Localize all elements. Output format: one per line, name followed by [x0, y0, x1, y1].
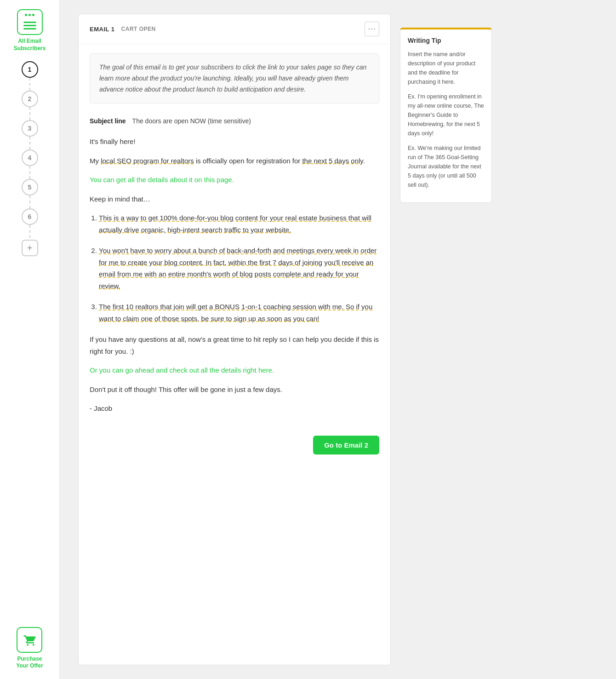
footer-line-2: Or you can go ahead and check out all th… [90, 364, 379, 376]
footer-link[interactable]: Or you can go ahead and check out all th… [90, 366, 274, 374]
subject-label: Subject line [90, 117, 126, 125]
steps-container: 1 2 3 4 5 6 + [0, 61, 59, 618]
email-list: This is a way to get 100% done-for-you b… [99, 212, 379, 324]
sidebar: All Email Subscribers 1 2 3 4 5 6 [0, 0, 60, 679]
step-circle-5[interactable]: 5 [22, 179, 38, 196]
step-item-3: 3 [22, 120, 38, 150]
dots-icon: ··· [368, 25, 376, 33]
footer-line-3: Don't put it off though! This offer will… [90, 384, 379, 396]
step-item-1: 1 [22, 61, 38, 91]
list-item-2: You won't have to worry about a bunch of… [99, 245, 379, 292]
purchase-icon [17, 627, 42, 653]
step-circle-2[interactable]: 2 [22, 91, 38, 107]
list-item-3-text: The first 10 realtors that join will get… [99, 303, 372, 322]
list-item-3: The first 10 realtors that join will get… [99, 301, 379, 324]
list-item-1: This is a way to get 100% done-for-you b… [99, 212, 379, 236]
line1 [23, 22, 36, 23]
body-line-1: It's finally here! [90, 136, 379, 148]
step-circle-6[interactable]: 6 [22, 208, 38, 225]
info-text: The goal of this email is to get your su… [99, 62, 370, 95]
step-connector-5 [29, 196, 30, 208]
footer-line-1: If you have any questions at all, now's … [90, 334, 379, 357]
info-box: The goal of this email is to get your su… [90, 53, 379, 104]
email-number: EMAIL 1 [90, 26, 115, 33]
step-item-2: 2 [22, 91, 38, 120]
step-item-5: 5 [22, 179, 38, 208]
subject-line-row: Subject line The doors are open NOW (tim… [90, 117, 379, 125]
step-circle-1[interactable]: 1 [22, 61, 38, 78]
email-footer-actions: Go to Email 2 [79, 436, 390, 466]
dot3 [32, 14, 34, 16]
dot1 [25, 14, 27, 16]
main-content: EMAIL 1 CART OPEN ··· The goal of this e… [60, 0, 616, 679]
add-step-button[interactable]: + [22, 240, 38, 256]
email-panel: EMAIL 1 CART OPEN ··· The goal of this e… [78, 14, 391, 665]
step-item-6: 6 [22, 208, 38, 238]
email-subscribers-icon [17, 9, 43, 35]
body-line-3: You can get all the details about it on … [90, 174, 379, 186]
list-item-2-text: You won't have to worry about a bunch of… [99, 247, 376, 290]
email-tag: CART OPEN [121, 26, 156, 32]
writing-tip-panel: Writing Tip Insert the name and/or descr… [400, 14, 492, 665]
email-header: EMAIL 1 CART OPEN ··· [79, 14, 390, 44]
step-connector-3 [29, 137, 30, 150]
writing-tip-body: Insert the name and/or description of yo… [408, 50, 484, 86]
email-body: Subject line The doors are open NOW (tim… [79, 113, 390, 436]
body-line-2: My local SEO program for realtors is off… [90, 155, 379, 167]
sidebar-logo[interactable]: All Email Subscribers [14, 9, 46, 52]
step-circle-4[interactable]: 4 [22, 150, 38, 166]
step-connector-4 [29, 166, 30, 179]
step-connector-1 [29, 78, 30, 91]
line3 [23, 28, 36, 29]
writing-tip-title: Writing Tip [408, 37, 484, 44]
plus-icon: + [27, 243, 33, 253]
purchase-offer-label: Purchase Your Offer [16, 656, 43, 670]
line2 [23, 25, 36, 26]
step-connector-2 [29, 107, 30, 120]
purchase-offer-item[interactable]: Purchase Your Offer [16, 627, 43, 670]
email-menu-button[interactable]: ··· [365, 22, 379, 36]
step-item-4: 4 [22, 150, 38, 179]
days-link: the next 5 days only [302, 157, 363, 165]
footer-signature: - Jacob [90, 403, 379, 414]
details-link[interactable]: You can get all the details about it on … [90, 176, 234, 184]
writing-tip-example2: Ex. We're making our limited run of The … [408, 144, 484, 190]
list-item-1-text: This is a way to get 100% done-for-you b… [99, 214, 371, 234]
dot2 [29, 14, 31, 16]
seo-link: local SEO program for realtors [101, 157, 194, 165]
step-connector-6 [29, 225, 30, 238]
email-header-left: EMAIL 1 CART OPEN [90, 26, 156, 33]
step-circle-3[interactable]: 3 [22, 120, 38, 137]
go-to-email2-button[interactable]: Go to Email 2 [313, 436, 379, 455]
body-line-4: Keep in mind that… [90, 193, 379, 205]
writing-tip-card: Writing Tip Insert the name and/or descr… [400, 28, 492, 203]
sidebar-logo-label: All Email Subscribers [14, 38, 46, 52]
writing-tip-example1: Ex. I'm opening enrollment in my all-new… [408, 92, 484, 138]
cart-icon [23, 633, 36, 647]
subject-value: The doors are open NOW (time sensitive) [132, 117, 251, 125]
